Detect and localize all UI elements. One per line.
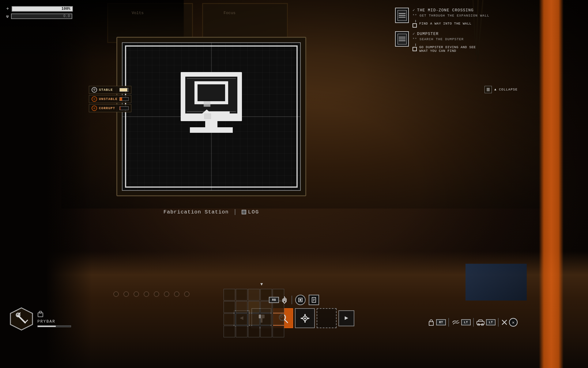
quest-icon-line2 [399, 15, 405, 16]
weapon-area: PRYBAR [9, 307, 71, 331]
unstable-bar [119, 97, 129, 101]
grid-cell-2-3[interactable] [260, 313, 272, 325]
right-action-buttons: RT LT LT ✕ [428, 318, 518, 327]
screen-outer-frame [116, 37, 306, 196]
grid-cell-2-0[interactable] [224, 313, 235, 325]
grid-cell-1-1[interactable] [236, 301, 247, 313]
grid-cell-3-4[interactable] [273, 326, 284, 337]
prompt-divider-1 [292, 296, 292, 304]
dumpster-checkmark: ✓ [413, 31, 415, 36]
grid-cell-2-2[interactable] [248, 313, 260, 325]
grid-cell-2-1[interactable] [236, 313, 247, 325]
collapse-label: ▲ COLLAPSE [494, 88, 518, 91]
grid-cell-3-1[interactable] [236, 326, 247, 337]
svg-rect-28 [304, 314, 306, 316]
pixel-art-display [168, 66, 254, 158]
checkmark-icon: ✓ [413, 8, 415, 13]
empty-slot[interactable] [317, 308, 337, 328]
svg-rect-9 [208, 111, 230, 117]
grid-cell-3-3[interactable] [260, 326, 272, 337]
nav-right-button[interactable]: ► [338, 310, 354, 326]
rb-key: RB [269, 297, 279, 303]
grid-down-arrow: ▼ [260, 282, 263, 287]
action-divider-3 [498, 318, 499, 327]
grid-cell-0-2[interactable] [248, 289, 260, 301]
cancel-icon [501, 319, 508, 326]
notebook-prompt-icon [309, 295, 319, 305]
quest-dumpster-icon-inner [398, 34, 407, 44]
quest-main-subtitle: ** GET THROUGH THE EXPANSION WALL [413, 14, 511, 17]
wave-icon [451, 319, 460, 326]
grid-cell-3-2[interactable] [248, 326, 260, 337]
svg-rect-10 [204, 101, 210, 107]
weapon-hex [9, 307, 34, 331]
grid-cell-0-0[interactable] [224, 289, 235, 301]
stable-bar [119, 88, 129, 92]
svg-rect-5 [190, 127, 233, 133]
svg-rect-7 [198, 84, 225, 101]
corrupt-bar [119, 106, 129, 110]
dumpster-icon-line2 [399, 39, 405, 39]
svg-rect-11 [487, 89, 490, 90]
svg-rect-12 [487, 88, 490, 89]
quest-dumpster-title: ✓ DUMPSTER [413, 31, 511, 36]
quest-dumpster-title-text: DUMPSTER [417, 32, 439, 36]
svg-rect-4 [205, 121, 217, 127]
unstable-icon: ⊘ [92, 96, 97, 102]
grid-cell-2-4[interactable] [273, 313, 284, 325]
quest-task2-wrapper: GO DUMPSTER DIVING AND SEE WHAT YOU CAN … [413, 44, 511, 53]
tool-action-icon [428, 319, 435, 326]
fab-station-label: Fabrication Station [164, 209, 229, 215]
quest-dumpster: ✓ DUMPSTER ** SEARCH THE DUMPSTER GO DUM… [395, 31, 511, 53]
quest-icon-box [395, 8, 409, 23]
task2-line1: GO DUMPSTER DIVING AND SEE [419, 45, 476, 49]
status-corrupt: ⊗ CORRUPT [89, 104, 131, 112]
log-button[interactable]: LOG [242, 209, 259, 215]
quest-dumpster-subtitle: ** SEARCH THE DUMPSTER [413, 37, 511, 41]
collapse-button[interactable]: ▲ COLLAPSE [484, 86, 518, 93]
quest-main: ✓ THE MID-ZONE CROSSING ** GET THROUGH T… [395, 8, 511, 28]
station-prompt-icon [295, 295, 306, 305]
task1-checkbox[interactable] [413, 23, 417, 28]
weapon-durability-bar [37, 325, 71, 327]
task2-checkbox[interactable] [413, 47, 417, 51]
rb-prompt: RB [269, 296, 288, 304]
grid-cell-1-2[interactable] [248, 301, 260, 313]
gear-tool-button[interactable] [295, 308, 315, 328]
svg-rect-2 [187, 78, 236, 79]
hud-topleft: + 100% ☢ 0.0 [6, 6, 73, 19]
hand-interact-icon [281, 296, 288, 304]
health-row: + 100% [6, 6, 73, 12]
lt-key-2: LT [486, 319, 496, 325]
task1-text: FIND A WAY INTO THE WALL [419, 22, 471, 25]
quest-icon-inner [398, 10, 407, 21]
radiation-value: 0.0 [63, 14, 70, 18]
quest-main-title: ✓ THE MID-ZONE CROSSING [413, 8, 511, 13]
grid-cell-1-0[interactable] [224, 301, 235, 313]
corrupt-icon: ⊗ [92, 105, 97, 111]
grid-cell-0-1[interactable] [236, 289, 247, 301]
lt-action-2: LT [476, 319, 496, 326]
grid-cell-3-0[interactable] [224, 326, 235, 337]
quest-text-main: ✓ THE MID-ZONE CROSSING ** GET THROUGH T… [413, 8, 511, 28]
lt-key-1: LT [461, 319, 471, 325]
unstable-label: UNSTABLE [99, 97, 118, 101]
task2-line2: WHAT YOU CAN FIND [419, 49, 476, 53]
weapon-bag-icon [37, 311, 43, 317]
log-icon [242, 210, 246, 214]
quest-log: ✓ THE MID-ZONE CROSSING ** GET THROUGH T… [395, 8, 511, 56]
gear-icon [300, 313, 311, 324]
lock-action: RT [428, 319, 446, 326]
cancel-action: ✕ [501, 318, 518, 327]
svg-rect-30 [301, 318, 303, 319]
status-panel: Φ STABLE ⊘ UNSTABLE ⊗ CORRUPT [89, 86, 131, 112]
hex-svg [9, 307, 34, 331]
quest-dumpster-text: ✓ DUMPSTER ** SEARCH THE DUMPSTER GO DUM… [413, 31, 511, 53]
x-button[interactable]: ✕ [509, 318, 518, 327]
radiation-icon: ☢ [6, 14, 9, 19]
status-stable: Φ STABLE [89, 86, 131, 94]
svg-rect-31 [307, 318, 309, 319]
health-bar: 100% [12, 6, 73, 12]
circuit-icon [297, 297, 303, 303]
lt-action-1: LT [451, 319, 471, 326]
